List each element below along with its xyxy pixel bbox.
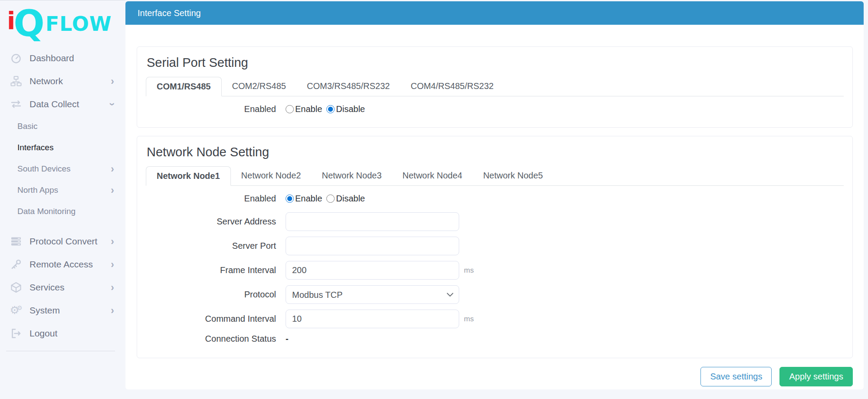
- sidebar-nav: Dashboard Network ›: [0, 46, 125, 351]
- remote-access-icon: [10, 259, 23, 270]
- node-enable-radio[interactable]: [286, 195, 294, 203]
- chevron-right-icon: ›: [111, 186, 114, 195]
- network-card-title: Network Node Setting: [147, 145, 844, 159]
- sidebar-item-dashboard[interactable]: Dashboard: [0, 46, 125, 69]
- page: i Q FLOW Dashboard: [0, 0, 868, 399]
- protocol-select[interactable]: Modbus TCP: [286, 285, 459, 304]
- frame-interval-unit: ms: [464, 266, 474, 275]
- tab-com4-rs485-rs232[interactable]: COM4/RS485/RS232: [400, 77, 504, 96]
- server-port-field[interactable]: [286, 237, 459, 255]
- radio-label: Enable: [295, 194, 322, 204]
- services-icon: [10, 282, 23, 293]
- tab-com3-rs485-rs232[interactable]: COM3/RS485/RS232: [296, 77, 400, 96]
- sidebar-item-label: Interfaces: [17, 142, 53, 153]
- sidebar-item-label: Data Monitoring: [17, 206, 76, 217]
- server-address-label: Server Address: [146, 217, 276, 227]
- sidebar-item-label: North Apps: [17, 185, 58, 195]
- chevron-right-icon: ›: [111, 237, 114, 246]
- sidebar-item-network[interactable]: Network ›: [0, 69, 125, 92]
- frame-interval-label: Frame Interval: [146, 265, 276, 275]
- node-enable-option[interactable]: Enable: [286, 194, 322, 204]
- node-disable-radio[interactable]: [326, 195, 335, 203]
- network-node-card: Network Node Setting Network Node1 Netwo…: [137, 136, 853, 358]
- page-header: Interface Setting: [125, 1, 864, 25]
- sidebar-item-label: Basic: [17, 121, 37, 132]
- radio-label: Disable: [336, 104, 365, 114]
- sidebar-item-remote-access[interactable]: Remote Access ›: [0, 253, 125, 276]
- tab-com1-rs485[interactable]: COM1/RS485: [146, 77, 222, 96]
- system-icon: ⚙⚙: [10, 305, 23, 316]
- radio-label: Enable: [295, 104, 322, 114]
- sidebar-item-data-monitoring[interactable]: Data Monitoring: [0, 201, 125, 222]
- dashboard-icon: [10, 53, 23, 64]
- sidebar-item-south-devices[interactable]: South Devices ›: [0, 158, 125, 179]
- logo-wordmark: FLOW: [46, 12, 112, 36]
- content-area: Serial Port Setting COM1/RS485 COM2/RS48…: [125, 25, 864, 386]
- sidebar-item-logout[interactable]: Logout: [0, 322, 125, 345]
- sidebar-item-data-collect[interactable]: Data Collect ›: [0, 92, 125, 115]
- chevron-right-icon: ›: [111, 77, 114, 86]
- sidebar-item-label: Network: [30, 75, 63, 87]
- logout-icon: [10, 328, 23, 339]
- serial-card-title: Serial Port Setting: [147, 56, 844, 70]
- sidebar-item-label: Dashboard: [30, 52, 74, 64]
- server-address-field[interactable]: [286, 212, 459, 231]
- chevron-down-icon: ›: [108, 102, 117, 106]
- network-node-tab-content: Enabled Enable Disable Server Address: [146, 186, 844, 344]
- data-collect-icon: [10, 99, 23, 110]
- server-port-label: Server Port: [146, 241, 276, 251]
- sidebar: i Q FLOW Dashboard: [0, 0, 125, 399]
- serial-disable-option[interactable]: Disable: [326, 104, 365, 114]
- sidebar-item-label: South Devices: [17, 163, 71, 174]
- sidebar-item-interfaces[interactable]: Interfaces: [0, 137, 125, 158]
- tab-com2-rs485[interactable]: COM2/RS485: [222, 77, 297, 96]
- sidebar-divider: [6, 351, 115, 351]
- sidebar-item-system[interactable]: ⚙⚙ System ›: [0, 299, 125, 322]
- sidebar-item-label: Services: [30, 281, 65, 293]
- chevron-right-icon: ›: [111, 260, 114, 269]
- tab-network-node1[interactable]: Network Node1: [146, 166, 231, 186]
- tab-network-node4[interactable]: Network Node4: [392, 166, 473, 186]
- radio-label: Disable: [336, 194, 365, 204]
- protocol-label: Protocol: [146, 290, 276, 300]
- command-interval-label: Command Interval: [146, 314, 276, 324]
- node-enabled-label: Enabled: [146, 194, 276, 204]
- protocol-convert-icon: [10, 236, 23, 247]
- protocol-select-wrap: Modbus TCP: [286, 285, 459, 304]
- sidebar-item-protocol-convert[interactable]: Protocol Convert ›: [0, 230, 125, 253]
- sidebar-item-label: System: [30, 304, 60, 316]
- sidebar-item-label: Remote Access: [30, 258, 93, 270]
- connection-status-value: -: [286, 334, 289, 344]
- sidebar-item-north-apps[interactable]: North Apps ›: [0, 179, 125, 201]
- sidebar-item-basic[interactable]: Basic: [0, 115, 125, 137]
- chevron-right-icon: ›: [111, 283, 114, 292]
- network-node-tabs: Network Node1 Network Node2 Network Node…: [146, 166, 844, 186]
- node-disable-option[interactable]: Disable: [326, 194, 365, 204]
- serial-enabled-label: Enabled: [146, 104, 276, 114]
- sidebar-item-label: Protocol Convert: [30, 235, 97, 247]
- serial-tab-content: Enabled Enable Disable: [146, 96, 844, 114]
- tab-network-node3[interactable]: Network Node3: [311, 166, 392, 186]
- main-panel: Interface Setting Serial Port Setting CO…: [125, 1, 864, 389]
- sidebar-item-services[interactable]: Services ›: [0, 276, 125, 299]
- network-icon: [10, 76, 23, 87]
- serial-enable-radio[interactable]: [286, 105, 294, 113]
- page-title: Interface Setting: [138, 8, 201, 18]
- serial-port-card: Serial Port Setting COM1/RS485 COM2/RS48…: [137, 46, 853, 128]
- serial-enable-option[interactable]: Enable: [286, 104, 322, 114]
- sidebar-item-label: Data Collect: [30, 98, 79, 110]
- sidebar-item-label: Logout: [30, 327, 57, 339]
- apply-settings-button[interactable]: Apply settings: [779, 367, 853, 386]
- save-settings-button[interactable]: Save settings: [700, 367, 772, 386]
- chevron-right-icon: ›: [111, 165, 114, 173]
- serial-tabs: COM1/RS485 COM2/RS485 COM3/RS485/RS232 C…: [146, 77, 844, 96]
- frame-interval-field[interactable]: [286, 261, 459, 280]
- tab-network-node2[interactable]: Network Node2: [231, 166, 312, 186]
- tab-network-node5[interactable]: Network Node5: [473, 166, 553, 186]
- chevron-right-icon: ›: [111, 306, 114, 315]
- logo-letter-q: Q: [13, 7, 44, 40]
- serial-disable-radio[interactable]: [326, 105, 335, 113]
- app-logo: i Q FLOW: [0, 0, 125, 46]
- connection-status-label: Connection Status: [146, 334, 276, 344]
- command-interval-field[interactable]: [286, 310, 459, 328]
